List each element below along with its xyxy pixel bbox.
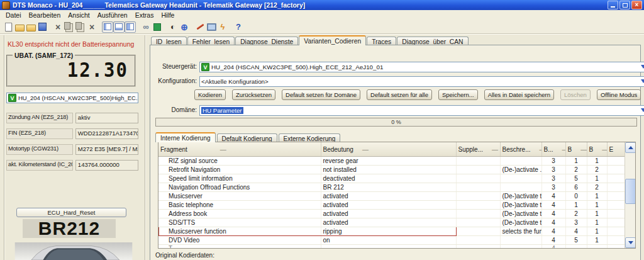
left-splitter[interactable]	[4, 35, 5, 260]
column-header-b[interactable]: B—	[587, 142, 607, 157]
cut-icon[interactable]	[52, 21, 64, 33]
column-header-fragment[interactable]: Fragment—	[158, 142, 321, 157]
column-header-e[interactable]: E—	[607, 142, 625, 157]
coding-progress-bar: 0 %	[155, 118, 637, 127]
panel-splitter[interactable]	[145, 35, 146, 260]
layout-left-icon[interactable]	[102, 21, 113, 33]
domaene-label: Domäne:	[150, 106, 197, 113]
steuergeraet-label: Steuergerät:	[150, 63, 197, 70]
menu-item-ansicht[interactable]: Ansicht	[64, 11, 93, 20]
scroll-down-button[interactable]	[625, 237, 636, 248]
scroll-up-button[interactable]	[625, 142, 636, 153]
chevron-down-icon[interactable]	[641, 108, 644, 115]
table-row-musicserver-function[interactable]: Musicserver function ripping selects the…	[158, 227, 625, 236]
table-row-navigation-offroad-functions[interactable]: Navigation Offroad Functions BR 212 3 6 …	[158, 183, 625, 192]
button-offline-modus[interactable]: Offline Modus	[597, 89, 641, 100]
field-label: akt. Kilometerstand (IC_204)	[6, 160, 73, 171]
domaene-combo[interactable]: HU Parameter	[199, 105, 644, 116]
button-l-schen: Löschen	[560, 89, 591, 100]
chevron-down-icon[interactable]	[641, 79, 644, 86]
link-icon[interactable]	[140, 21, 152, 33]
column-header-beschre[interactable]: Beschre...—	[500, 142, 541, 157]
konfiguration-combo[interactable]: <Aktuelle Konfiguration>	[199, 76, 644, 87]
progress-text: 0 %	[391, 119, 401, 125]
field-value: WDD2122871A173470	[75, 128, 138, 139]
help-icon[interactable]	[233, 21, 244, 33]
table-row-speed-limit-information[interactable]: Speed limit information deactivated 3 5 …	[158, 174, 625, 183]
stop-square-icon[interactable]	[152, 21, 163, 33]
close-button[interactable]	[631, 1, 642, 9]
subtab-interne-kodierung[interactable]: Interne Kodierung	[155, 132, 216, 142]
steuergeraet-combo[interactable]: V HU_204 (HSCAN_KW2C3PE_500).High_ECE_21…	[199, 62, 644, 72]
button-zur-cksetzen[interactable]: Zurücksetzen	[232, 89, 275, 100]
minimize-button[interactable]	[608, 1, 618, 9]
layout-bottom-icon[interactable]	[113, 21, 125, 33]
toolbar-separator	[228, 21, 233, 33]
button-default-setzen-f-r-dom-ne[interactable]: Default setzen für Domäne	[282, 89, 360, 100]
menu-item-extras[interactable]: Extras	[131, 11, 158, 20]
menu-bar: DateiBearbeitenAnsichtAusführenExtrasHil…	[0, 10, 644, 20]
table-row-riz-signal-source[interactable]: RIZ signal source reverse gear 3 1 1	[158, 157, 625, 166]
open-folder-icon[interactable]	[14, 21, 25, 33]
car-image	[11, 242, 136, 260]
menu-item-bearbeiten[interactable]: Bearbeiten	[25, 11, 65, 20]
table-row-sds-tts[interactable]: SDS/TTS activated (De-)activate t... 4 3…	[158, 218, 625, 227]
table-row-basic-telephone[interactable]: Basic telephone activated (De-)activate …	[158, 201, 625, 210]
table-row-dvd-video[interactable]: DVD Video on 4 5 1	[158, 236, 625, 245]
sort-indicator-icon: —	[362, 146, 369, 153]
globe-icon[interactable]	[179, 21, 190, 33]
contrast-circle-icon[interactable]	[167, 21, 179, 33]
field-row-z-ndung-an-ezs-218: Zündung AN (EZS_218) aktiv	[6, 113, 138, 123]
dts-monaco-window: DTS Monaco - HU_204______Telematics Gate…	[0, 0, 644, 260]
table-row-address-book[interactable]: Address book activated (De-)activate t..…	[158, 210, 625, 218]
menu-item-datei[interactable]: Datei	[2, 11, 25, 20]
ecu-select-combo[interactable]: V HU_204 (HSCAN_KW2C3PE_500)High_EC...	[6, 93, 138, 103]
table-scrollbar[interactable]	[625, 142, 635, 248]
column-header-bedeutung[interactable]: Bedeutung—	[321, 142, 456, 157]
table-row-retrofit-navigation[interactable]: Retrofit Navigation not installed (De-)a…	[158, 166, 625, 174]
probe-icon[interactable]	[194, 21, 206, 33]
table-row-musicserver[interactable]: Musicserver activated (De-)activate t...…	[158, 192, 625, 201]
ecu-hard-reset-button[interactable]: ECU_Hard_Reset	[16, 208, 126, 217]
arrow-up-icon	[628, 144, 633, 149]
table-row-t[interactable]: T... ... 4	[158, 245, 625, 249]
open-folder-alt-icon[interactable]	[25, 21, 36, 33]
field-row-akt-kilometerstand-ic-204: akt. Kilometerstand (IC_204) 143764.0000…	[6, 160, 138, 171]
column-header-supple[interactable]: Supple...—	[456, 142, 500, 157]
title-bar: DTS Monaco - HU_204______Telematics Gate…	[0, 0, 644, 10]
ubat-voltage-display: 12.30	[8, 59, 135, 82]
monitor-icon[interactable]	[206, 21, 217, 33]
ubat-groupbox: UBAT. (SAMF_172) 12.30	[6, 52, 136, 87]
new-document-icon[interactable]	[3, 21, 14, 33]
tab-varianten-codieren[interactable]: Varianten_Codieren	[299, 35, 366, 45]
menu-item-ausf-hren[interactable]: Ausführen	[94, 11, 131, 20]
main-tabstrip: ID_lesenFehler_lesenDiagnose_DiensteVari…	[151, 34, 469, 45]
field-row-fin-ezs-218: FIN (EZS_218) WDD2122871A173470	[6, 128, 138, 139]
sort-indicator-icon: —	[220, 146, 226, 153]
column-header-b[interactable]: B—	[565, 142, 587, 157]
chevron-down-icon[interactable]	[641, 65, 644, 71]
scrollbar-thumb[interactable]	[625, 179, 636, 204]
button-default-setzen-f-r-alle[interactable]: Default setzen für alle	[367, 89, 432, 100]
copy-icon[interactable]	[64, 21, 75, 33]
paste-icon[interactable]	[75, 21, 86, 33]
model-series-label: BR212	[23, 219, 116, 238]
toolbar	[0, 20, 644, 34]
restore-button[interactable]	[619, 1, 630, 9]
delete-icon[interactable]	[86, 21, 97, 33]
toolbar-separator	[136, 21, 140, 33]
field-value: M272 E35 [ME9.7] / M272E	[75, 144, 138, 155]
button-alles-in-datei-speichern[interactable]: Alles in Datei speichern	[484, 89, 554, 100]
menu-item-hilfe[interactable]: Hilfe	[157, 11, 178, 20]
layout-grid-icon[interactable]	[125, 21, 136, 33]
column-header-b[interactable]: B...—	[541, 142, 565, 157]
save-icon[interactable]	[36, 21, 48, 33]
sort-indicator-icon: —	[540, 146, 541, 153]
app-icon	[2, 1, 10, 9]
button-kodieren[interactable]: Kodieren	[194, 89, 226, 100]
status-ok-icon: V	[8, 94, 16, 102]
button-speichern[interactable]: Speichern...	[438, 89, 478, 100]
flash-icon[interactable]	[217, 21, 228, 33]
toolbar-separator	[190, 21, 194, 33]
kl30-warning-text: KL30 entspricht nicht der Batteriespannu…	[8, 40, 134, 48]
